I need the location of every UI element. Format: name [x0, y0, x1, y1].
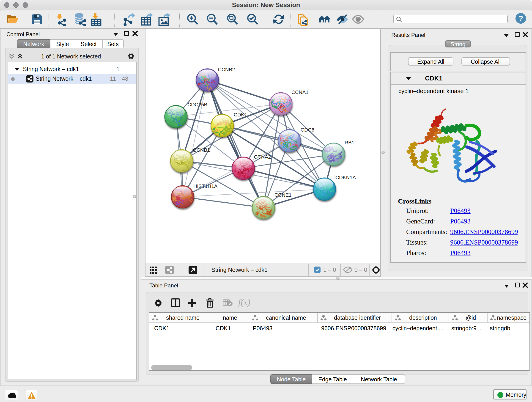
svg-text:CCNA1: CCNA1	[291, 89, 309, 95]
svg-text:CDKN1A: CDKN1A	[336, 175, 356, 180]
svg-text:RB1: RB1	[345, 140, 355, 146]
svg-text:CCNB1: CCNB1	[193, 147, 210, 153]
svg-text:CCNA2: CCNA2	[254, 154, 271, 160]
svg-text:?: ?	[519, 14, 523, 23]
svg-text:CDC25B: CDC25B	[187, 102, 207, 108]
svg-text:CCNB2: CCNB2	[218, 67, 235, 72]
svg-text:HIST1H1A: HIST1H1A	[193, 183, 217, 189]
svg-text:CDK1: CDK1	[234, 112, 247, 118]
svg-text:CDC6: CDC6	[301, 127, 314, 133]
svg-text:CCNE1: CCNE1	[274, 192, 292, 198]
